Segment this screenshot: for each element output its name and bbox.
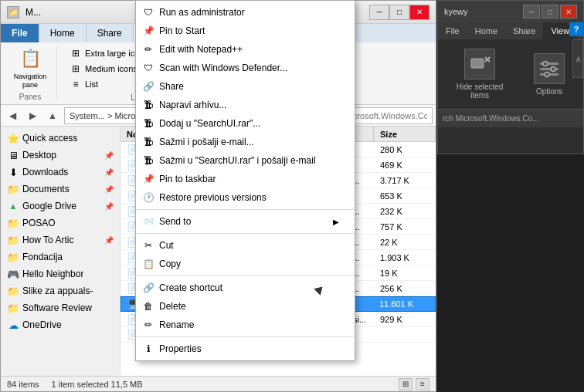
ctx-share[interactable]: 🔗 Share [136, 77, 355, 96]
cell-size: 19 K [374, 269, 436, 278]
share-icon: 🔗 [142, 80, 154, 93]
pin-taskbar-icon: 📌 [142, 173, 154, 185]
ctx-pin-taskbar[interactable]: 📌 Pin to taskbar [136, 170, 355, 188]
status-bar-right: ⊞ ≡ [399, 378, 430, 390]
ctx-separator-1 [136, 209, 355, 210]
close-button[interactable]: ✕ [409, 5, 430, 20]
ctx-properties[interactable]: ℹ Properties [136, 340, 355, 358]
ctx-compress-rar-email[interactable]: 🗜 Sažmi u "SearchUI.rar" i pošalji e-mai… [136, 151, 355, 170]
artic-pin-icon: 📌 [104, 236, 114, 245]
ctx-pin-start-label: Pin to Start [159, 25, 339, 36]
second-tab-home[interactable]: Home [467, 22, 505, 39]
list-view-toggle[interactable]: ≡ [416, 378, 430, 390]
cell-size: 929 K [374, 315, 436, 324]
context-menu: 🛡 Run as administrator 📌 Pin to Start ✏ … [135, 0, 355, 361]
ctx-share-label: Share [159, 81, 339, 92]
properties-icon: ℹ [142, 343, 154, 355]
sidebar-item-posao[interactable]: 📁 POSAO [1, 215, 120, 231]
nav-pane-button[interactable]: 📋 Navigation pane [10, 47, 50, 90]
options-button[interactable]: Options [531, 50, 568, 99]
ctx-rename-label: Rename [159, 319, 339, 330]
documents-pin-icon: 📌 [104, 185, 114, 194]
ctx-add-rar[interactable]: 🗜 Dodaj u "SearchUI.rar"... [136, 114, 355, 133]
sidebar-item-google-drive[interactable]: ▲ Google Drive 📌 [1, 198, 120, 215]
help-button[interactable]: ? [569, 22, 583, 36]
ctx-compress-email[interactable]: 🗜 Sažmi i pošalji e-mail... [136, 133, 355, 151]
second-ribbon: Hide selecteditems Options [438, 39, 583, 109]
second-tab-share[interactable]: Share [505, 22, 543, 39]
up-button[interactable]: ▲ [44, 107, 61, 124]
ctx-separator-2 [136, 233, 355, 234]
second-close-btn[interactable]: ✕ [560, 5, 577, 19]
tab-home[interactable]: Home [39, 24, 87, 42]
second-minimize-btn[interactable]: ─ [523, 5, 540, 19]
back-button[interactable]: ◀ [4, 107, 21, 124]
ctx-separator-4 [136, 336, 355, 337]
ctx-run-admin[interactable]: 🛡 Run as administrator [136, 3, 355, 22]
ctx-separator-3 [136, 275, 355, 276]
software-icon: 📁 [7, 302, 19, 314]
cell-size: 256 K [374, 284, 436, 293]
create-shortcut-icon: 🔗 [142, 282, 154, 294]
forward-button[interactable]: ▶ [24, 107, 41, 124]
how-to-artic-label: How To Artic [22, 235, 73, 245]
downloads-pin-icon: 📌 [104, 168, 114, 177]
sidebar-item-onedrive[interactable]: ☁ OneDrive [1, 316, 120, 333]
cell-size: 757 K [374, 222, 436, 231]
sidebar-item-slike[interactable]: 📁 Slike za appuals- [1, 282, 120, 299]
sidebar-item-how-to-artic[interactable]: 📁 How To Artic 📌 [1, 231, 120, 248]
sidebar-item-downloads[interactable]: ⬇ Downloads 📌 [1, 164, 120, 181]
ctx-properties-label: Properties [159, 343, 339, 354]
hide-selected-label: Hide selecteditems [457, 83, 504, 100]
fondacija-icon: 📁 [7, 251, 19, 263]
documents-label: Documents [22, 184, 70, 194]
ctx-copy[interactable]: 📋 Copy [136, 255, 355, 273]
second-maximize-btn[interactable]: □ [542, 5, 559, 19]
ctx-send-to-label: Send to [159, 216, 328, 227]
cell-size: 469 K [374, 161, 436, 170]
maximize-button[interactable]: □ [389, 5, 409, 20]
sidebar-item-hello-neighbor[interactable]: 🎮 Hello Neighbor [1, 265, 120, 282]
ctx-archive[interactable]: 🗜 Napravi arhivu... [136, 96, 355, 114]
options-label: Options [536, 87, 562, 96]
ctx-restore-versions-label: Restore previous versions [159, 192, 339, 203]
ctx-scan-defender[interactable]: 🛡 Scan with Windows Defender... [136, 59, 355, 77]
hello-neighbor-label: Hello Neighbor [22, 269, 83, 279]
ctx-add-rar-label: Dodaj u "SearchUI.rar"... [159, 118, 339, 129]
ctx-delete[interactable]: 🗑 Delete [136, 297, 355, 316]
sidebar-item-quick-access[interactable]: ⭐ Quick access [1, 130, 120, 147]
ctx-rename[interactable]: ✏ Rename [136, 316, 355, 334]
grid-view-toggle[interactable]: ⊞ [399, 378, 413, 390]
sidebar-item-fondacija[interactable]: 📁 Fondacija [1, 248, 120, 265]
sidebar-item-desktop[interactable]: 🖥 Desktop 📌 [1, 147, 120, 164]
panes-group: 📋 Navigation pane Panes [7, 46, 57, 101]
ctx-archive-label: Napravi arhivu... [159, 100, 339, 110]
ctx-send-to[interactable]: 📨 Send to ▶ [136, 212, 355, 231]
google-drive-icon: ▲ [7, 200, 19, 212]
minimize-button[interactable]: ─ [369, 5, 389, 20]
col-size[interactable]: Size [374, 127, 436, 141]
cell-size: 22 K [374, 238, 436, 247]
ctx-create-shortcut[interactable]: 🔗 Create shortcut [136, 279, 355, 297]
sidebar-item-software[interactable]: 📁 Software Review [1, 299, 120, 316]
ctx-pin-start[interactable]: 📌 Pin to Start [136, 22, 355, 40]
sidebar-item-documents[interactable]: 📁 Documents 📌 [1, 181, 120, 198]
second-window-title: kyewy ─ □ ✕ [438, 1, 583, 22]
ctx-delete-label: Delete [159, 301, 339, 312]
second-ribbon-tabs: File Home Share View [438, 22, 583, 39]
ctx-edit-notepad[interactable]: ✏ Edit with Notepad++ [136, 40, 355, 59]
fondacija-label: Fondacija [22, 252, 63, 262]
cell-size: 653 K [374, 191, 436, 201]
downloads-label: Downloads [22, 167, 68, 177]
hello-neighbor-icon: 🎮 [7, 268, 19, 280]
ctx-restore-versions[interactable]: 🕐 Restore previous versions [136, 188, 355, 207]
second-tab-file[interactable]: File [438, 22, 467, 39]
tab-file[interactable]: File [1, 24, 39, 42]
cell-size: 3.717 K [374, 176, 436, 185]
medium-icon: ⊞ [70, 63, 82, 75]
tab-share[interactable]: Share [87, 24, 134, 42]
ctx-cut[interactable]: ✂ Cut [136, 236, 355, 255]
collapse-ribbon-button[interactable]: ∧ [572, 39, 583, 78]
hide-selected-button[interactable]: Hide selecteditems [453, 46, 507, 103]
cut-icon: ✂ [142, 239, 154, 252]
